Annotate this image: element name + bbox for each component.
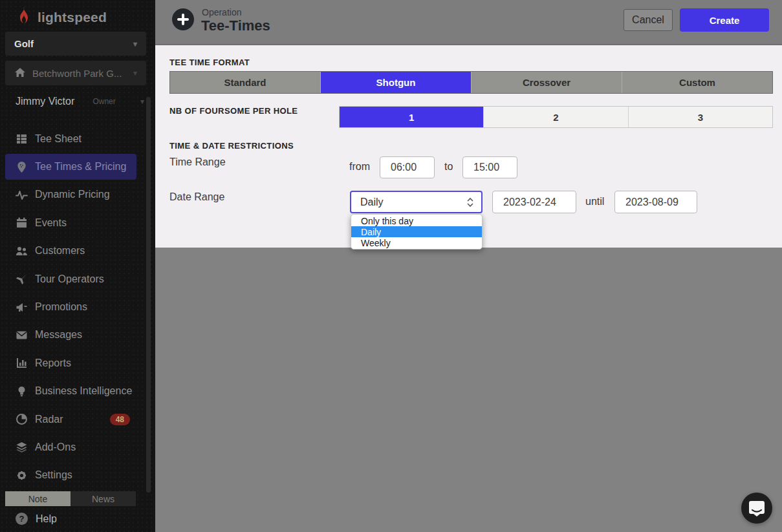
create-button[interactable]: Create bbox=[680, 8, 769, 32]
sidebar-scrollbar[interactable] bbox=[146, 97, 151, 493]
question-icon: ? bbox=[16, 513, 28, 525]
sidebar-item-add-ons[interactable]: Add-Ons bbox=[0, 433, 153, 461]
note-news-tabs: Note News bbox=[5, 491, 136, 506]
tab-news[interactable]: News bbox=[71, 491, 136, 506]
tab-note[interactable]: Note bbox=[5, 491, 71, 506]
chat-widget-button[interactable] bbox=[741, 493, 772, 524]
tee-time-form: TEE TIME FORMAT Standard Shotgun Crossov… bbox=[155, 45, 782, 248]
time-to-input[interactable] bbox=[462, 156, 517, 178]
foursome-option-3[interactable]: 3 bbox=[628, 107, 772, 127]
from-label: from bbox=[349, 161, 370, 173]
date-end-input[interactable] bbox=[614, 191, 697, 213]
workspace-label: Golf bbox=[14, 38, 34, 49]
radar-count-badge: 48 bbox=[110, 414, 130, 425]
sidebar-item-tee-times-pricing[interactable]: Tee Times & Pricing bbox=[0, 153, 153, 180]
sidebar-item-customers[interactable]: Customers bbox=[0, 237, 153, 265]
layers-icon bbox=[16, 441, 28, 453]
operation-header: Operation Tee-Times Cancel Create bbox=[155, 0, 782, 45]
dimmed-backdrop bbox=[155, 248, 782, 532]
radar-icon bbox=[16, 413, 28, 425]
chevron-down-icon: ▾ bbox=[140, 97, 144, 106]
foursome-option-2[interactable]: 2 bbox=[483, 107, 627, 127]
venue-label: Betchworth Park G... bbox=[32, 68, 122, 79]
until-label: until bbox=[585, 196, 604, 207]
sidebar-item-reports[interactable]: Reports bbox=[0, 349, 153, 377]
restrictions-label: TIME & DATE RESTRICTIONS bbox=[169, 141, 294, 151]
sidebar-item-messages[interactable]: Messages bbox=[0, 321, 153, 349]
user-role-badge: Owner bbox=[92, 97, 115, 106]
foursome-label: NB OF FOURSOME PER HOLE bbox=[169, 106, 298, 116]
main-area: Operation Tee-Times Cancel Create TEE TI… bbox=[153, 0, 782, 532]
calendar-icon bbox=[16, 217, 28, 229]
user-name: Jimmy Victor bbox=[16, 96, 74, 107]
select-stepper-icon bbox=[467, 198, 473, 207]
time-from-input[interactable] bbox=[380, 156, 435, 178]
frequency-dropdown: Only this day Daily Weekly bbox=[351, 214, 483, 250]
sidebar: lightspeed Golf ▾ Betchworth Park G... ▾… bbox=[0, 0, 153, 532]
megaphone-icon bbox=[16, 301, 28, 314]
brand-name: lightspeed bbox=[38, 10, 107, 25]
sidebar-item-promotions[interactable]: Promotions bbox=[0, 293, 153, 321]
brand-logo: lightspeed bbox=[16, 6, 107, 28]
bar-chart-icon bbox=[16, 357, 28, 369]
format-option-custom[interactable]: Custom bbox=[622, 72, 772, 93]
user-menu[interactable]: Jimmy Victor Owner ▾ bbox=[16, 96, 144, 107]
sidebar-item-business-intelligence[interactable]: Business Intelligence bbox=[0, 378, 153, 405]
date-start-input[interactable] bbox=[492, 191, 576, 213]
flame-icon bbox=[16, 6, 32, 28]
users-icon bbox=[16, 245, 28, 257]
lightbulb-icon bbox=[16, 385, 28, 398]
home-icon bbox=[14, 67, 26, 80]
date-range-label: Date Range bbox=[169, 191, 224, 203]
sidebar-item-radar[interactable]: Radar 48 bbox=[0, 405, 153, 433]
plane-icon bbox=[16, 273, 28, 285]
map-pin-icon bbox=[16, 161, 28, 173]
format-option-standard[interactable]: Standard bbox=[170, 72, 320, 93]
table-icon bbox=[16, 133, 28, 145]
envelope-icon bbox=[16, 329, 28, 341]
cancel-button[interactable]: Cancel bbox=[624, 9, 673, 31]
time-range-label: Time Range bbox=[169, 156, 226, 168]
frequency-select[interactable]: Daily bbox=[350, 191, 483, 213]
sidebar-item-tour-operators[interactable]: Tour Operators bbox=[0, 265, 153, 293]
gear-icon bbox=[16, 469, 28, 482]
operation-kicker: Operation bbox=[202, 7, 241, 17]
venue-selector[interactable]: Betchworth Park G... ▾ bbox=[5, 61, 146, 85]
frequency-option-weekly[interactable]: Weekly bbox=[351, 237, 482, 248]
format-option-shotgun[interactable]: Shotgun bbox=[320, 72, 471, 93]
to-label: to bbox=[444, 161, 453, 173]
sidebar-item-tee-sheet[interactable]: Tee Sheet bbox=[0, 125, 153, 153]
format-option-crossover[interactable]: Crossover bbox=[471, 72, 622, 93]
workspace-selector[interactable]: Golf ▾ bbox=[5, 32, 146, 56]
chevron-down-icon: ▾ bbox=[133, 69, 137, 78]
help-link[interactable]: ? Help bbox=[16, 513, 57, 525]
tee-time-format-label: TEE TIME FORMAT bbox=[169, 58, 250, 67]
chevron-down-icon: ▾ bbox=[133, 39, 137, 48]
sidebar-item-settings[interactable]: Settings bbox=[0, 462, 153, 489]
foursome-option-1[interactable]: 1 bbox=[340, 107, 483, 127]
sidebar-nav: Tee Sheet Tee Times & Pricing Dynamic Pr… bbox=[0, 125, 153, 489]
foursome-group: 1 2 3 bbox=[339, 106, 773, 128]
tee-time-format-group: Standard Shotgun Crossover Custom bbox=[169, 71, 773, 94]
plus-icon bbox=[172, 8, 194, 30]
sidebar-item-events[interactable]: Events bbox=[0, 209, 153, 237]
frequency-selected-value: Daily bbox=[360, 197, 384, 208]
frequency-option-daily[interactable]: Daily bbox=[351, 226, 482, 237]
sidebar-item-dynamic-pricing[interactable]: Dynamic Pricing bbox=[0, 181, 153, 209]
pulse-icon bbox=[16, 189, 28, 201]
frequency-option-only-this-day[interactable]: Only this day bbox=[351, 215, 482, 226]
page-title: Tee-Times bbox=[201, 17, 270, 34]
